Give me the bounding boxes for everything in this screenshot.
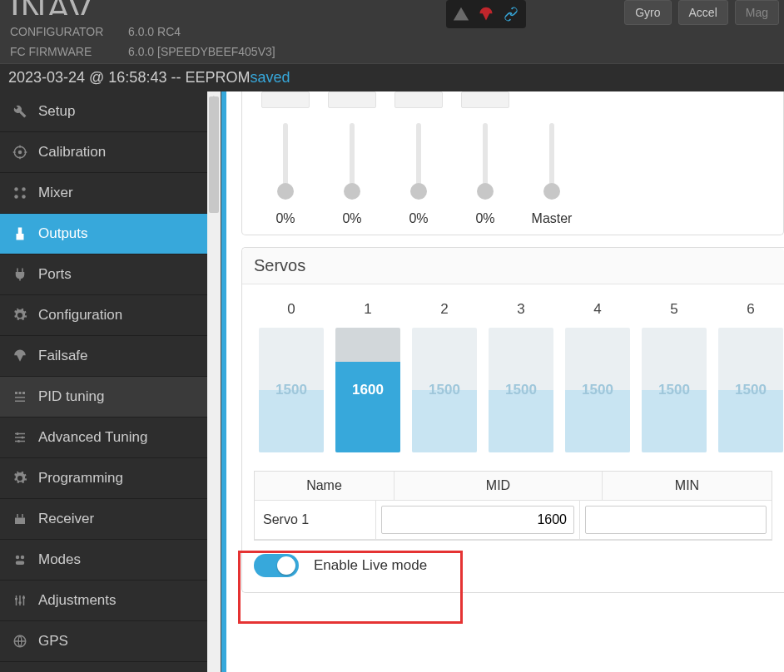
servo-value: 1500 (429, 382, 460, 398)
log-saved-link[interactable]: saved (250, 69, 290, 86)
sidebar-item-label: Calibration (38, 144, 106, 161)
motor-slider[interactable] (483, 123, 488, 198)
wrench-icon (12, 103, 28, 120)
sidebar-item-adjustments[interactable]: Adjustments (0, 581, 221, 621)
servo-col-1[interactable]: 11600 (335, 301, 400, 452)
motor-value-box (261, 91, 310, 108)
motor-slider[interactable] (350, 123, 355, 198)
svg-point-9 (22, 437, 24, 439)
slider-knob[interactable] (410, 183, 427, 200)
live-mode-label: Enable Live mode (314, 557, 427, 574)
warning-icon (451, 4, 471, 24)
log-statusbar: 2023-03-24 @ 16:58:43 -- EEPROM saved (0, 63, 784, 91)
servo-col-5[interactable]: 51500 (642, 301, 707, 452)
sidebar-item-advanced-tuning[interactable]: Advanced Tuning (0, 418, 221, 458)
servo-min-input[interactable] (585, 506, 767, 534)
slider-knob[interactable] (277, 183, 294, 200)
configurator-version: 6.0.0 RC4 (128, 25, 181, 38)
sidebar-item-programming[interactable]: Programming (0, 458, 221, 499)
motor-label: 0% (409, 211, 428, 226)
sidebar-item-pid-tuning[interactable]: PID tuning (0, 377, 221, 418)
motor-slider[interactable] (416, 123, 421, 198)
svg-point-13 (21, 556, 25, 560)
sidebar-item-label: Programming (38, 470, 123, 487)
servo-index: 1 (364, 301, 371, 318)
sensor-gyro[interactable]: Gyro (624, 0, 671, 25)
firmware-version: 6.0.0 [SPEEDYBEEF405V3] (128, 45, 275, 58)
target-icon (12, 144, 28, 161)
slider-knob[interactable] (543, 183, 560, 200)
live-mode-toggle[interactable] (254, 554, 299, 577)
servo-value: 1600 (352, 382, 384, 398)
servo-value: 1500 (275, 382, 307, 398)
servo-mid-input[interactable] (381, 506, 574, 534)
firmware-label: FC FIRMWARE (10, 45, 108, 58)
sidebar-item-ports[interactable]: Ports (0, 254, 221, 295)
motor-slider[interactable] (549, 123, 554, 198)
motor-label: 0% (275, 211, 295, 226)
slider-knob[interactable] (477, 183, 494, 200)
servos-panel: Servos 015001160021500315004150051500615… (241, 247, 784, 593)
motors-panel: 0%0%0%0%Master (241, 91, 784, 235)
sidebar-item-receiver[interactable]: Receiver (0, 499, 221, 540)
col-header-mid: MID (394, 472, 603, 500)
parachute-icon (476, 4, 496, 24)
col-header-name: Name (255, 472, 394, 500)
servo-bar[interactable]: 1500 (565, 328, 630, 452)
modes-icon (12, 551, 28, 568)
motor-slider[interactable] (283, 123, 288, 198)
servo-col-6[interactable]: 61500 (718, 301, 783, 452)
servo-table: Name MID MIN Servo 1 (254, 471, 772, 541)
servo-col-3[interactable]: 31500 (489, 301, 553, 452)
sidebar-item-outputs[interactable]: Outputs (0, 214, 221, 254)
content-area: 0%0%0%0%Master Servos 015001160021500315… (221, 91, 784, 672)
servo-bar[interactable]: 1500 (259, 328, 324, 452)
sidebar-item-configuration[interactable]: Configuration (0, 295, 221, 336)
svg-rect-16 (19, 602, 22, 604)
parachute-icon (12, 348, 28, 364)
adjust-icon (12, 592, 28, 609)
sliders-icon (12, 429, 28, 446)
servo-bar[interactable]: 1600 (335, 328, 400, 452)
motor-value-box (461, 91, 509, 108)
configurator-label: CONFIGURATOR (10, 25, 108, 38)
servo-table-row: Servo 1 (255, 501, 772, 540)
sidebar-item-calibration[interactable]: Calibration (0, 132, 221, 173)
scrollbar-thumb[interactable] (209, 96, 219, 213)
outputs-icon (12, 225, 28, 242)
sidebar-item-label: Failsafe (38, 348, 88, 364)
motor-value-box (394, 91, 443, 108)
sidebar-item-mixer[interactable]: Mixer (0, 173, 221, 214)
sensor-mag[interactable]: Mag (735, 0, 779, 25)
slider-knob[interactable] (344, 183, 360, 200)
sidebar: SetupCalibrationMixerOutputsPortsConfigu… (0, 91, 221, 672)
servo-value: 1500 (582, 382, 613, 398)
svg-rect-11 (15, 518, 25, 525)
servo-bar[interactable]: 1500 (718, 328, 783, 452)
gps-icon (12, 633, 28, 650)
servo-index: 4 (593, 301, 601, 318)
servo-col-0[interactable]: 01500 (259, 301, 324, 452)
svg-point-4 (14, 195, 18, 199)
sidebar-item-gps[interactable]: GPS (0, 621, 221, 662)
sidebar-item-setup[interactable]: Setup (0, 91, 221, 132)
servo-index: 2 (440, 301, 448, 318)
svg-rect-15 (15, 598, 17, 600)
servo-bar[interactable]: 1500 (412, 328, 477, 452)
sensor-accel[interactable]: Accel (678, 0, 728, 25)
sidebar-item-failsafe[interactable]: Failsafe (0, 336, 221, 377)
servo-col-2[interactable]: 21500 (412, 301, 477, 452)
sidebar-item-label: Receiver (38, 511, 94, 527)
svg-rect-14 (16, 561, 25, 566)
sidebar-item-modes[interactable]: Modes (0, 540, 221, 581)
servo-bar[interactable]: 1500 (642, 328, 707, 452)
sidebar-item-label: Modes (38, 551, 81, 568)
rx-icon (12, 511, 28, 527)
status-icon-group (446, 0, 526, 28)
sidebar-scrollbar[interactable]: ▲ (207, 91, 221, 672)
gear-icon (12, 470, 28, 487)
link-icon (501, 4, 521, 24)
svg-point-8 (17, 432, 19, 435)
servo-bar[interactable]: 1500 (489, 328, 553, 452)
servo-col-4[interactable]: 41500 (565, 301, 630, 452)
